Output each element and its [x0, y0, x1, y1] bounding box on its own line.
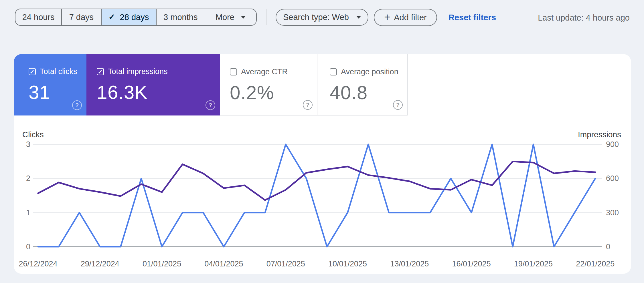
left-axis-tick: 1 — [26, 208, 30, 217]
x-axis-tick: 01/01/2025 — [143, 260, 181, 268]
left-axis-title: Clicks — [22, 130, 44, 139]
left-axis-tick: 3 — [26, 140, 30, 149]
x-axis-tick: 10/01/2025 — [328, 260, 367, 268]
performance-line-chart[interactable]: 39002600130000ClicksImpressions26/12/202… — [0, 0, 644, 283]
impressions-line — [38, 162, 595, 200]
x-axis-tick: 29/12/2024 — [81, 260, 119, 268]
search-console-performance-screen: 24 hours 7 days ✓ 28 days 3 months More … — [0, 0, 644, 283]
x-axis-tick: 16/01/2025 — [452, 260, 491, 268]
right-axis-title: Impressions — [578, 130, 621, 139]
x-axis-tick: 26/12/2024 — [19, 260, 57, 268]
x-axis-tick: 07/01/2025 — [266, 260, 305, 268]
x-axis-tick: 19/01/2025 — [514, 260, 553, 268]
right-axis-tick: 900 — [606, 140, 619, 149]
left-axis-tick: 2 — [26, 174, 30, 183]
left-axis-tick: 0 — [26, 242, 30, 251]
right-axis-tick: 300 — [606, 208, 619, 217]
x-axis-tick: 13/01/2025 — [390, 260, 429, 268]
right-axis-tick: 600 — [606, 174, 619, 183]
x-axis-tick: 22/01/2025 — [576, 260, 615, 268]
right-axis-tick: 0 — [606, 242, 610, 251]
x-axis-tick: 04/01/2025 — [204, 260, 243, 268]
